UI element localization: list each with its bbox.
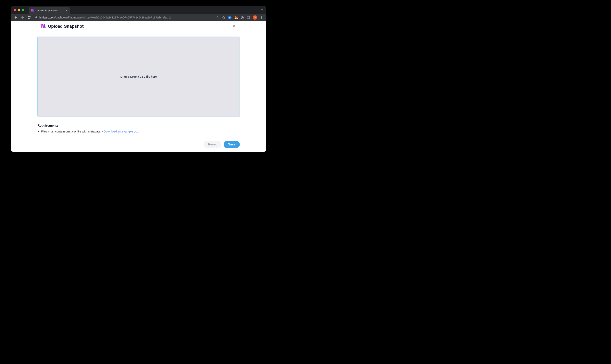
modal-close-button[interactable]: [232, 24, 262, 29]
panel-icon[interactable]: [247, 16, 250, 19]
requirements-list: Files must contain one .csv file with me…: [37, 130, 240, 133]
tab-title: Dashboard | thirdweb: [36, 9, 64, 12]
url-text: thirdweb.com/dashboard/mumbai/nft-drop/0…: [39, 16, 171, 19]
url-path: /dashboard/mumbai/nft-drop/0x6ab0b0046a3…: [55, 16, 171, 19]
browser-tab-strip: Dashboard | thirdweb ✕ +: [11, 6, 266, 14]
metamask-icon[interactable]: 🦊: [234, 16, 238, 19]
svg-point-8: [261, 18, 262, 19]
window-dropdown-icon[interactable]: [261, 8, 263, 12]
forward-button[interactable]: [20, 15, 25, 20]
browser-window: Dashboard | thirdweb ✕ + thirdweb.com/da…: [11, 6, 266, 152]
browser-tab[interactable]: Dashboard | thirdweb ✕: [29, 7, 70, 14]
window-close-button[interactable]: [14, 9, 16, 11]
url-domain: thirdweb.com: [39, 16, 55, 19]
new-tab-button[interactable]: +: [72, 8, 77, 12]
browser-toolbar: thirdweb.com/dashboard/mumbai/nft-drop/0…: [11, 14, 266, 21]
address-bar[interactable]: thirdweb.com/dashboard/mumbai/nft-drop/0…: [33, 16, 215, 19]
lock-icon: [35, 16, 37, 19]
thirdweb-logo-icon: [41, 24, 46, 28]
req-text-prefix: Files: [41, 130, 48, 133]
tab-close-icon[interactable]: ✕: [65, 9, 68, 12]
star-icon[interactable]: [222, 16, 225, 19]
share-icon[interactable]: [216, 16, 219, 19]
req-text-suffix: contain one .csv file with metadata. -: [54, 130, 104, 133]
svg-point-7: [261, 17, 262, 18]
modal-body: Drag & Drop a CSV file here Requirements…: [11, 32, 266, 137]
reset-button[interactable]: Reset: [204, 141, 221, 148]
svg-rect-4: [247, 16, 250, 19]
save-button[interactable]: Save: [224, 141, 240, 148]
requirements-section: Requirements Files must contain one .csv…: [37, 124, 240, 133]
req-text-must: must: [48, 130, 55, 133]
profile-avatar[interactable]: S: [253, 15, 257, 20]
requirements-heading: Requirements: [37, 124, 240, 127]
page-content: Upload Snapshot Drag & Drop a CSV file h…: [11, 21, 266, 152]
modal-title: Upload Snapshot: [48, 24, 84, 29]
dropzone-text: Drag & Drop a CSV file here: [121, 75, 157, 78]
download-example-link[interactable]: Download an example csv: [104, 130, 138, 133]
modal-footer: Reset Save: [11, 137, 266, 152]
svg-marker-3: [222, 16, 225, 19]
toolbar-right-icons: ◉ 🦊 S: [216, 15, 264, 20]
window-minimize-button[interactable]: [18, 9, 20, 11]
back-button[interactable]: [13, 15, 18, 20]
thirdweb-favicon: [31, 9, 34, 12]
traffic-lights: [14, 9, 24, 11]
extension-icon-blue[interactable]: ◉: [228, 16, 232, 19]
requirement-item: Files must contain one .csv file with me…: [41, 130, 240, 133]
avatar-letter: S: [254, 16, 256, 19]
modal-header: Upload Snapshot: [11, 21, 266, 32]
file-dropzone[interactable]: Drag & Drop a CSV file here: [37, 37, 240, 117]
svg-point-6: [261, 16, 262, 17]
extensions-icon[interactable]: [241, 16, 244, 19]
window-maximize-button[interactable]: [22, 9, 24, 11]
reload-button[interactable]: [26, 15, 32, 20]
menu-icon[interactable]: [260, 16, 263, 19]
modal-header-left: Upload Snapshot: [41, 24, 84, 29]
